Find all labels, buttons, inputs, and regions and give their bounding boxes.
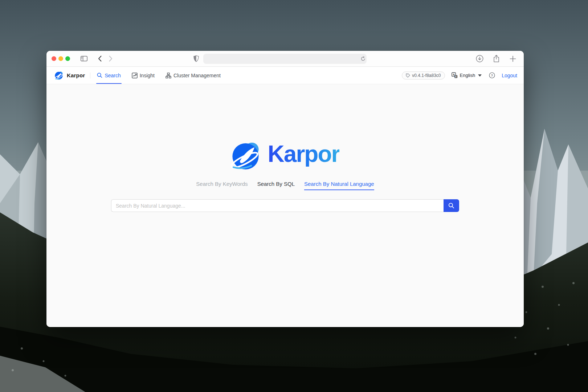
svg-text:?: ? xyxy=(491,73,493,77)
nav-item-label: Insight xyxy=(140,73,155,78)
chevron-down-icon xyxy=(478,74,482,77)
brand: Karpor xyxy=(54,71,85,80)
new-tab-icon[interactable] xyxy=(508,54,518,64)
nav-item-search[interactable]: Search xyxy=(96,67,121,84)
search-mode-tabs: Search By KeyWords Search By SQL Search … xyxy=(196,181,374,190)
active-nav-underline xyxy=(96,83,121,84)
back-icon[interactable] xyxy=(95,54,105,64)
version-label: v0.4.1-f8a83c0 xyxy=(412,73,441,78)
search-icon xyxy=(97,73,102,78)
search-input[interactable] xyxy=(111,199,444,212)
logout-link[interactable]: Logout xyxy=(502,73,517,78)
traffic-lights xyxy=(52,56,70,61)
hero-logo: Karpor xyxy=(231,139,340,172)
search-button[interactable] xyxy=(444,199,459,212)
translate-icon: A 文 xyxy=(452,72,458,78)
address-bar[interactable] xyxy=(203,54,367,64)
divider xyxy=(90,73,90,78)
nav-item-insight[interactable]: Insight xyxy=(131,67,155,84)
close-window-button[interactable] xyxy=(52,56,56,61)
cluster-icon xyxy=(166,73,171,78)
downloads-icon[interactable] xyxy=(474,54,485,64)
zoom-window-button[interactable] xyxy=(65,56,70,61)
tab-search-by-keywords[interactable]: Search By KeyWords xyxy=(196,181,248,190)
question-circle-icon: ? xyxy=(489,72,495,78)
search-icon xyxy=(448,203,454,209)
app-navbar: Karpor Search Insight Cluster Management… xyxy=(46,67,524,84)
svg-text:文: 文 xyxy=(454,75,457,78)
browser-toolbar xyxy=(46,51,524,67)
insight-icon xyxy=(132,73,138,78)
nav-item-label: Search xyxy=(105,73,121,78)
minimize-window-button[interactable] xyxy=(58,56,63,61)
nav-item-label: Cluster Management xyxy=(173,73,221,78)
shield-icon[interactable] xyxy=(191,54,201,64)
help-button[interactable]: ? xyxy=(489,72,495,78)
version-badge: v0.4.1-f8a83c0 xyxy=(402,72,445,79)
tab-search-by-sql[interactable]: Search By SQL xyxy=(257,181,295,190)
forward-icon[interactable] xyxy=(106,54,116,64)
karpor-logo-icon xyxy=(54,71,64,80)
search-bar xyxy=(111,199,459,212)
nav-item-cluster-management[interactable]: Cluster Management xyxy=(165,67,221,84)
brand-name: Karpor xyxy=(67,72,85,78)
language-selector[interactable]: A 文 English xyxy=(452,72,482,78)
sidebar-toggle-icon[interactable] xyxy=(79,54,89,64)
share-icon[interactable] xyxy=(491,54,501,64)
browser-window: Karpor Search Insight Cluster Management… xyxy=(46,51,524,327)
tab-search-by-natural-language[interactable]: Search By Natural Language xyxy=(304,181,374,190)
reload-icon[interactable] xyxy=(358,54,368,64)
tag-icon xyxy=(406,73,410,78)
karpor-logo-icon-large xyxy=(231,139,263,172)
main-content: Karpor Search By KeyWords Search By SQL … xyxy=(46,84,524,327)
hero-logo-text: Karpor xyxy=(268,142,340,169)
language-label: English xyxy=(460,73,475,78)
